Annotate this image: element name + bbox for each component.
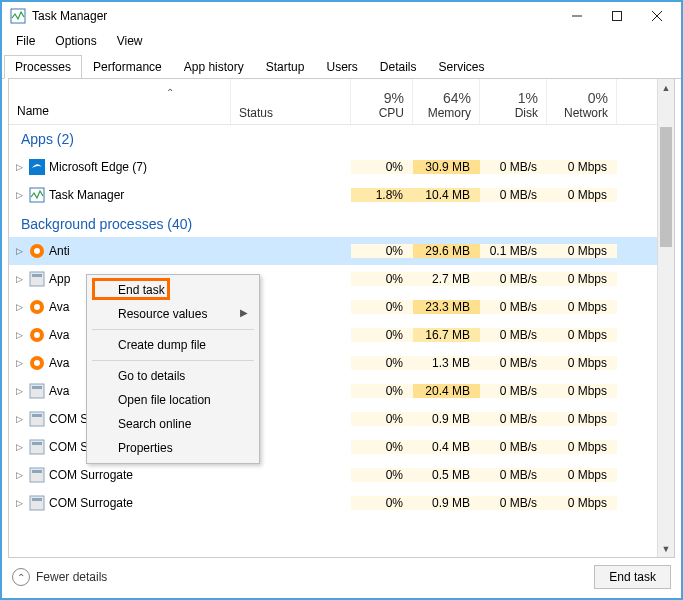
- column-network[interactable]: 0% Network: [547, 79, 617, 124]
- expander-icon[interactable]: ▷: [13, 498, 25, 508]
- process-name: Microsoft Edge (7): [49, 160, 147, 174]
- expander-icon[interactable]: ▷: [13, 414, 25, 424]
- disk-cell: 0 MB/s: [480, 188, 547, 202]
- close-button[interactable]: [637, 2, 677, 30]
- memory-cell: 2.7 MB: [413, 272, 480, 286]
- fewer-details-button[interactable]: ⌃ Fewer details: [8, 568, 107, 586]
- ctx-go-details[interactable]: Go to details: [90, 364, 256, 388]
- context-menu: End task Resource values ▶ Create dump f…: [86, 274, 260, 464]
- process-name: Ava: [49, 384, 69, 398]
- menu-file[interactable]: File: [6, 32, 45, 50]
- cpu-cell: 0%: [351, 496, 413, 510]
- expander-icon[interactable]: ▷: [13, 246, 25, 256]
- process-icon: [29, 495, 45, 511]
- tab-users[interactable]: Users: [315, 55, 368, 79]
- scroll-thumb[interactable]: [660, 127, 672, 247]
- disk-cell: 0.1 MB/s: [480, 244, 547, 258]
- chevron-right-icon: ▶: [240, 307, 248, 318]
- column-memory[interactable]: 64% Memory: [413, 79, 480, 124]
- network-cell: 0 Mbps: [547, 160, 617, 174]
- cpu-cell: 0%: [351, 160, 413, 174]
- expander-icon[interactable]: ▷: [13, 302, 25, 312]
- expander-icon[interactable]: ▷: [13, 162, 25, 172]
- memory-cell: 23.3 MB: [413, 300, 480, 314]
- cpu-cell: 0%: [351, 272, 413, 286]
- memory-cell: 0.9 MB: [413, 496, 480, 510]
- maximize-button[interactable]: [597, 2, 637, 30]
- network-cell: 0 Mbps: [547, 384, 617, 398]
- process-icon: [29, 159, 45, 175]
- svg-rect-24: [32, 470, 42, 473]
- ctx-resource-values[interactable]: Resource values ▶: [90, 302, 256, 326]
- menu-view[interactable]: View: [107, 32, 153, 50]
- process-icon: [29, 271, 45, 287]
- disk-cell: 0 MB/s: [480, 300, 547, 314]
- tab-details[interactable]: Details: [369, 55, 428, 79]
- process-name: Ava: [49, 356, 69, 370]
- network-cell: 0 Mbps: [547, 328, 617, 342]
- column-status[interactable]: Status: [231, 79, 351, 124]
- disk-cell: 0 MB/s: [480, 356, 547, 370]
- process-row[interactable]: ▷Task Manager1.8%10.4 MB0 MB/s0 Mbps: [9, 181, 657, 209]
- process-icon: [29, 383, 45, 399]
- tab-performance[interactable]: Performance: [82, 55, 173, 79]
- process-icon: [29, 411, 45, 427]
- menu-options[interactable]: Options: [45, 32, 106, 50]
- tab-startup[interactable]: Startup: [255, 55, 316, 79]
- svg-rect-10: [32, 274, 42, 277]
- memory-cell: 16.7 MB: [413, 328, 480, 342]
- process-name: Task Manager: [49, 188, 124, 202]
- disk-cell: 0 MB/s: [480, 412, 547, 426]
- tab-services[interactable]: Services: [428, 55, 496, 79]
- cpu-cell: 0%: [351, 412, 413, 426]
- taskmanager-icon: [10, 8, 26, 24]
- disk-cell: 0 MB/s: [480, 272, 547, 286]
- scroll-down-icon[interactable]: ▼: [658, 540, 674, 557]
- minimize-button[interactable]: [557, 2, 597, 30]
- cpu-cell: 0%: [351, 468, 413, 482]
- expander-icon[interactable]: ▷: [13, 470, 25, 480]
- process-name: COM Surrogate: [49, 468, 133, 482]
- svg-rect-20: [32, 414, 42, 417]
- expander-icon[interactable]: ▷: [13, 190, 25, 200]
- memory-cell: 29.6 MB: [413, 244, 480, 258]
- disk-cell: 0 MB/s: [480, 384, 547, 398]
- ctx-create-dump[interactable]: Create dump file: [90, 333, 256, 357]
- svg-rect-2: [613, 12, 622, 21]
- disk-cell: 0 MB/s: [480, 468, 547, 482]
- ctx-separator: [92, 329, 254, 330]
- process-icon: [29, 187, 45, 203]
- expander-icon[interactable]: ▷: [13, 442, 25, 452]
- menubar: File Options View: [2, 30, 681, 52]
- svg-rect-18: [32, 386, 42, 389]
- ctx-end-task[interactable]: End task: [90, 278, 256, 302]
- disk-cell: 0 MB/s: [480, 160, 547, 174]
- tab-processes[interactable]: Processes: [4, 55, 82, 79]
- ctx-search-online[interactable]: Search online: [90, 412, 256, 436]
- expander-icon[interactable]: ▷: [13, 330, 25, 340]
- process-row[interactable]: ▷COM Surrogate0%0.5 MB0 MB/s0 Mbps: [9, 461, 657, 489]
- process-row[interactable]: ▷COM Surrogate0%0.9 MB0 MB/s0 Mbps: [9, 489, 657, 517]
- expander-icon[interactable]: ▷: [13, 358, 25, 368]
- process-icon: [29, 299, 45, 315]
- column-disk[interactable]: 1% Disk: [480, 79, 547, 124]
- expander-icon[interactable]: ▷: [13, 274, 25, 284]
- process-name: Ava: [49, 300, 69, 314]
- process-icon: [29, 439, 45, 455]
- disk-cell: 0 MB/s: [480, 328, 547, 342]
- column-cpu[interactable]: 9% CPU: [351, 79, 413, 124]
- process-row[interactable]: ▷Anti0%29.6 MB0.1 MB/s0 Mbps: [9, 237, 657, 265]
- chevron-up-icon: ⌃: [12, 568, 30, 586]
- column-headers: ⌃ Name Status 9% CPU 64% Memory 1% Disk …: [9, 79, 657, 125]
- network-cell: 0 Mbps: [547, 244, 617, 258]
- column-name[interactable]: ⌃ Name: [9, 79, 231, 124]
- process-row[interactable]: ▷Microsoft Edge (7)0%30.9 MB0 MB/s0 Mbps: [9, 153, 657, 181]
- ctx-properties[interactable]: Properties: [90, 436, 256, 460]
- end-task-button[interactable]: End task: [594, 565, 671, 589]
- scroll-up-icon[interactable]: ▲: [658, 79, 674, 96]
- ctx-open-location[interactable]: Open file location: [90, 388, 256, 412]
- vertical-scrollbar[interactable]: ▲ ▼: [657, 79, 674, 557]
- tab-app-history[interactable]: App history: [173, 55, 255, 79]
- expander-icon[interactable]: ▷: [13, 386, 25, 396]
- process-icon: [29, 467, 45, 483]
